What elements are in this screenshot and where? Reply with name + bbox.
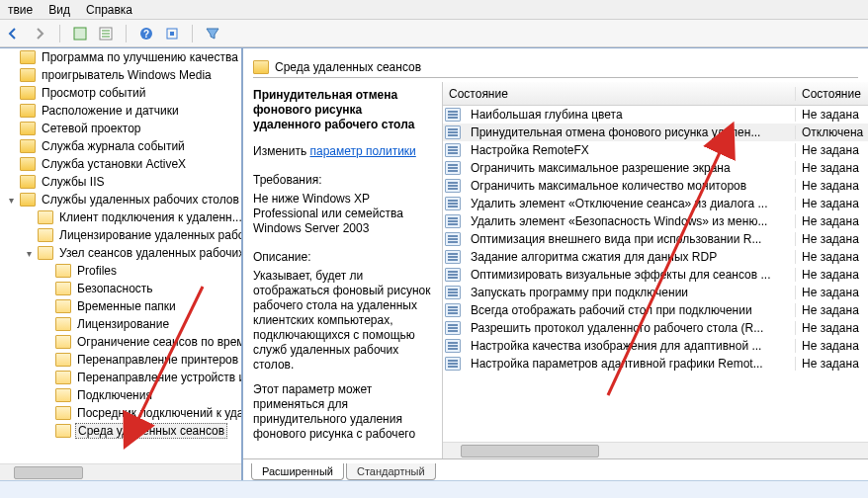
tree-item-label: Расположение и датчики — [40, 104, 181, 118]
tree-item[interactable]: Ограничение сеансов по врем... — [0, 333, 241, 351]
help-button[interactable]: ? — [136, 24, 156, 43]
policy-row[interactable]: Удалить элемент «Отключение сеанса» из д… — [443, 195, 868, 212]
tree-item[interactable]: ▾Узел сеансов удаленных рабочих ст... — [0, 244, 241, 262]
tree-item-label: Перенаправление устройств и ... — [75, 371, 241, 384]
menu-item[interactable]: Вид — [48, 3, 70, 17]
tree-item[interactable]: Программа по улучшению качества ... — [0, 48, 241, 66]
tree-item[interactable]: Просмотр событий — [0, 84, 241, 102]
policy-name: Удалить элемент «Безопасность Windows» и… — [465, 214, 795, 228]
tree-item[interactable]: Временные папки — [0, 297, 241, 315]
policy-name: Оптимизировать визуальные эффекты для се… — [465, 268, 795, 282]
tree-item-label: Безопасность — [75, 282, 155, 295]
expand-icon[interactable]: ▾ — [4, 195, 18, 206]
policy-row[interactable]: Удалить элемент «Безопасность Windows» и… — [443, 212, 868, 230]
tree-item[interactable]: проигрыватель Windows Media — [0, 66, 241, 84]
tree-item[interactable]: Сетевой проектор — [0, 120, 241, 137]
policy-state: Не задана — [795, 339, 868, 353]
tab-standard[interactable]: Стандартный — [346, 463, 436, 480]
tree-item[interactable]: Лицензирование — [0, 315, 241, 333]
breadcrumb: Среда удаленных сеансов — [253, 56, 858, 78]
menu-item[interactable]: Справка — [86, 3, 132, 17]
policy-state: Не задана — [795, 197, 868, 210]
tree-item[interactable]: Клиент подключения к удаленн... — [0, 208, 241, 226]
list-hscrollbar[interactable] — [443, 442, 868, 458]
col-header-state[interactable]: Состояние — [795, 87, 868, 101]
policy-row[interactable]: Настройка RemoteFXНе задана — [443, 141, 868, 159]
menu-item[interactable]: твие — [8, 3, 33, 17]
policy-row[interactable]: Настройка качества изображения для адапт… — [443, 337, 868, 355]
policy-icon — [445, 108, 461, 122]
tree-item-label: Служба установки ActiveX — [40, 157, 188, 171]
tree-item[interactable]: Перенаправление принтеров — [0, 351, 241, 369]
policy-icon — [445, 161, 461, 175]
folder-icon — [55, 335, 71, 349]
tree-item[interactable]: Посредник подключений к удал... — [0, 404, 241, 422]
folder-icon — [38, 246, 53, 260]
policy-row[interactable]: Ограничить максимальное количество монит… — [443, 177, 868, 195]
tree-item[interactable]: Службы IIS — [0, 173, 241, 191]
tree-item-label: Узел сеансов удаленных рабочих ст... — [57, 246, 241, 260]
tree-hscrollbar[interactable] — [0, 463, 241, 480]
policy-name: Ограничить максимальное количество монит… — [465, 179, 795, 193]
policy-row[interactable]: Оптимизация внешнего вида при использова… — [443, 230, 868, 248]
tree-scroll[interactable]: Программа по улучшению качества ...проиг… — [0, 48, 241, 463]
policy-name: Всегда отображать рабочий стол при подкл… — [465, 303, 795, 317]
policy-state: Отключена — [795, 125, 868, 139]
policy-icon — [445, 125, 461, 139]
tree-item-label: Посредник подключений к удал... — [75, 406, 241, 420]
folder-icon — [55, 371, 71, 384]
folder-icon — [20, 139, 36, 153]
policy-icon — [445, 268, 461, 282]
policy-row[interactable]: Оптимизировать визуальные эффекты для се… — [443, 266, 868, 284]
policy-row[interactable]: Ограничить максимальное разрешение экран… — [443, 159, 868, 177]
policy-state: Не задана — [795, 268, 868, 282]
toolbar-action-2[interactable] — [96, 24, 116, 43]
toolbar-action-1[interactable] — [70, 24, 90, 43]
tree-item[interactable]: Служба установки ActiveX — [0, 155, 241, 173]
col-header-name[interactable]: Состояние — [443, 87, 795, 101]
policy-row[interactable]: Всегда отображать рабочий стол при подкл… — [443, 301, 868, 319]
tree-item[interactable]: Лицензирование удаленных рабоч... — [0, 226, 241, 244]
tree-item-label: Ограничение сеансов по врем... — [75, 335, 241, 349]
tree-item[interactable]: Подключения — [0, 386, 241, 404]
svg-text:?: ? — [143, 29, 149, 40]
folder-icon — [20, 86, 36, 100]
folder-icon — [38, 210, 53, 224]
toolbar-action-3[interactable] — [162, 24, 182, 43]
tree-item[interactable]: Расположение и датчики — [0, 102, 241, 120]
nav-fwd-button[interactable] — [30, 24, 49, 43]
policy-name: Наибольшая глубина цвета — [465, 108, 795, 122]
toolbar: ? — [0, 20, 868, 47]
policy-row[interactable]: Разрешить протокол удаленного рабочего с… — [443, 319, 868, 337]
tree-item[interactable]: Служба журнала событий — [0, 137, 241, 155]
policy-row[interactable]: Принудительная отмена фонового рисунка у… — [443, 124, 868, 141]
policy-state: Не задана — [795, 232, 868, 246]
policy-name: Оптимизация внешнего вида при использова… — [465, 232, 795, 246]
policy-state: Не задана — [795, 303, 868, 317]
filter-button[interactable] — [203, 24, 222, 43]
folder-icon — [55, 299, 71, 313]
folder-icon — [20, 68, 36, 82]
policy-state: Не задана — [795, 321, 868, 335]
expand-icon[interactable]: ▾ — [22, 248, 36, 259]
edit-policy-link[interactable]: параметр политики — [309, 144, 415, 158]
policy-name: Настройка параметров адаптивной графики … — [465, 357, 795, 371]
tree-item[interactable]: Profiles — [0, 262, 241, 280]
policy-row[interactable]: Наибольшая глубина цветаНе задана — [443, 106, 868, 124]
tree-item[interactable]: ▾Службы удаленных рабочих столов — [0, 191, 241, 208]
nav-back-button[interactable] — [4, 24, 24, 43]
tab-extended[interactable]: Расширенный — [251, 463, 344, 480]
policy-row[interactable]: Запускать программу при подключенииНе за… — [443, 284, 868, 301]
tree-item[interactable]: Среда удаленных сеансов — [0, 422, 241, 440]
tabs-bar: Расширенный Стандартный — [243, 458, 868, 480]
policy-icon — [445, 232, 461, 246]
tree-item[interactable]: Перенаправление устройств и ... — [0, 369, 241, 386]
edit-prefix: Изменить — [253, 144, 309, 158]
folder-icon — [20, 157, 36, 171]
policy-row[interactable]: Задание алгоритма сжатия для данных RDPН… — [443, 248, 868, 266]
tree-item[interactable]: Безопасность — [0, 280, 241, 297]
policy-row[interactable]: Настройка параметров адаптивной графики … — [443, 355, 868, 373]
tree-item-label: Служба журнала событий — [40, 139, 187, 153]
policy-name: Настройка RemoteFX — [465, 143, 795, 157]
list-body[interactable]: Наибольшая глубина цветаНе заданаПринуди… — [443, 106, 868, 442]
